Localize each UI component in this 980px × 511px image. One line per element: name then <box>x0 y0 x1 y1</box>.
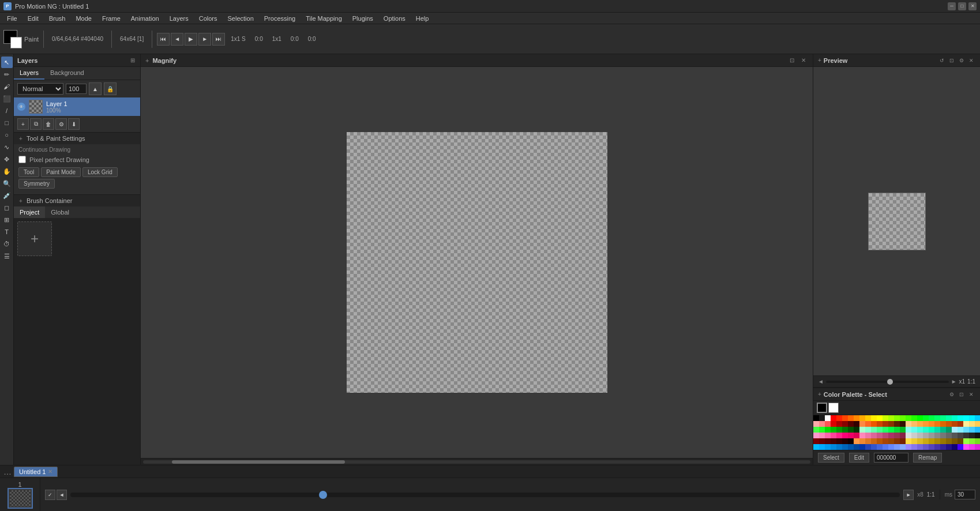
tool-eyedropper[interactable]: 💉 <box>1 190 13 201</box>
palette-cell[interactable] <box>923 438 929 444</box>
palette-cell[interactable] <box>894 415 900 421</box>
palette-cell[interactable] <box>917 433 923 438</box>
palette-cell[interactable] <box>854 415 859 421</box>
palette-cell[interactable] <box>836 433 842 438</box>
palette-cell[interactable] <box>900 433 906 438</box>
palette-cell[interactable] <box>911 444 917 450</box>
palette-cell[interactable] <box>848 438 854 444</box>
layer-visibility-icon[interactable]: 👁 <box>17 103 25 111</box>
tool-curve[interactable]: ∿ <box>1 141 13 153</box>
palette-cell[interactable] <box>934 427 940 433</box>
palette-cell[interactable] <box>865 444 871 450</box>
menu-item-layers[interactable]: Layers <box>165 14 193 23</box>
palette-cell[interactable] <box>854 427 859 433</box>
brush-tab-global[interactable]: Global <box>45 206 75 218</box>
canvas-scrollbar-horizontal[interactable] <box>141 458 813 465</box>
palette-cell[interactable] <box>865 438 871 444</box>
fg-swatch[interactable] <box>817 403 827 413</box>
palette-cell[interactable] <box>958 444 963 450</box>
palette-cell[interactable] <box>877 444 883 450</box>
palette-cell[interactable] <box>940 444 946 450</box>
palette-cell[interactable] <box>923 415 929 421</box>
palette-cell[interactable] <box>917 427 923 433</box>
palette-cell[interactable] <box>865 433 871 438</box>
tool-setting-paint-mode[interactable]: Paint Mode <box>41 167 81 177</box>
tool-fill[interactable]: ⬛ <box>1 93 13 104</box>
palette-cell[interactable] <box>911 427 917 433</box>
palette-cell[interactable] <box>969 444 975 450</box>
palette-cell[interactable] <box>848 427 854 433</box>
palette-cell[interactable] <box>952 421 958 427</box>
palette-cell[interactable] <box>883 433 888 438</box>
minimize-button[interactable]: ─ <box>948 2 956 10</box>
layer-merge-button[interactable]: ⬇ <box>68 118 80 130</box>
nav-end-button[interactable]: ⏭ <box>212 33 225 46</box>
palette-cell[interactable] <box>894 433 900 438</box>
palette-cell[interactable] <box>975 438 980 444</box>
tab-close-button[interactable]: ✕ <box>48 468 52 475</box>
layers-expand-button[interactable]: ⊞ <box>129 57 137 65</box>
palette-cell[interactable] <box>900 444 906 450</box>
layers-tab-layers[interactable]: Layers <box>14 67 44 80</box>
palette-settings-icon[interactable]: ⚙ <box>948 390 956 399</box>
palette-cell[interactable] <box>946 415 952 421</box>
layer-item-1[interactable]: 👁 Layer 1 100% <box>14 97 140 116</box>
palette-cell[interactable] <box>952 427 958 433</box>
palette-cell[interactable] <box>871 427 877 433</box>
menu-item-options[interactable]: Options <box>379 14 410 23</box>
preview-settings-icon[interactable]: ⚙ <box>958 57 966 65</box>
scrollbar-track[interactable] <box>143 460 810 464</box>
palette-cell[interactable] <box>825 438 831 444</box>
palette-cell[interactable] <box>859 421 865 427</box>
palette-cell[interactable] <box>813 438 819 444</box>
palette-cell[interactable] <box>859 433 865 438</box>
palette-cell[interactable] <box>975 415 980 421</box>
palette-cell[interactable] <box>883 438 888 444</box>
palette-cell[interactable] <box>871 433 877 438</box>
layer-delete-button[interactable]: 🗑 <box>43 118 54 130</box>
menu-item-tile mapping[interactable]: Tile Mapping <box>301 14 347 23</box>
palette-cell[interactable] <box>958 438 963 444</box>
menu-item-colors[interactable]: Colors <box>194 14 222 23</box>
palette-cell[interactable] <box>940 415 946 421</box>
palette-cell[interactable] <box>929 438 934 444</box>
palette-cell[interactable] <box>969 433 975 438</box>
palette-cell[interactable] <box>946 438 952 444</box>
menu-item-edit[interactable]: Edit <box>23 14 43 23</box>
palette-cell[interactable] <box>848 415 854 421</box>
palette-cell[interactable] <box>836 438 842 444</box>
palette-cell[interactable] <box>819 444 825 450</box>
layer-duplicate-button[interactable]: ⧉ <box>30 118 42 130</box>
palette-cell[interactable] <box>871 438 877 444</box>
palette-cell[interactable] <box>963 433 969 438</box>
palette-cell[interactable] <box>819 438 825 444</box>
nav-next-button[interactable]: ► <box>198 33 211 46</box>
palette-cell[interactable] <box>813 415 819 421</box>
tool-zoom[interactable]: 🔍 <box>1 178 13 189</box>
palette-cell[interactable] <box>888 433 894 438</box>
palette-select-button[interactable]: Select <box>818 453 844 463</box>
palette-cell[interactable] <box>825 433 831 438</box>
palette-cell[interactable] <box>911 438 917 444</box>
palette-cell[interactable] <box>934 433 940 438</box>
palette-cell[interactable] <box>842 427 848 433</box>
palette-cell[interactable] <box>963 444 969 450</box>
palette-edit-button[interactable]: Edit <box>849 453 869 463</box>
palette-cell[interactable] <box>963 438 969 444</box>
palette-cell[interactable] <box>831 438 836 444</box>
palette-cell[interactable] <box>825 444 831 450</box>
palette-cell[interactable] <box>923 444 929 450</box>
palette-cell[interactable] <box>825 421 831 427</box>
nav-play-button[interactable]: ▶ <box>185 33 197 46</box>
color-selector[interactable] <box>3 30 22 48</box>
palette-cell[interactable] <box>917 421 923 427</box>
scrollbar-thumb[interactable] <box>172 460 345 464</box>
tl-next-button[interactable]: ► <box>903 490 914 500</box>
palette-cell[interactable] <box>975 444 980 450</box>
palette-cell[interactable] <box>923 427 929 433</box>
layers-tab-background[interactable]: Background <box>44 67 90 80</box>
palette-cell[interactable] <box>888 444 894 450</box>
palette-cell[interactable] <box>958 433 963 438</box>
layer-settings-button[interactable]: ⚙ <box>55 118 67 130</box>
palette-cell[interactable] <box>906 444 911 450</box>
